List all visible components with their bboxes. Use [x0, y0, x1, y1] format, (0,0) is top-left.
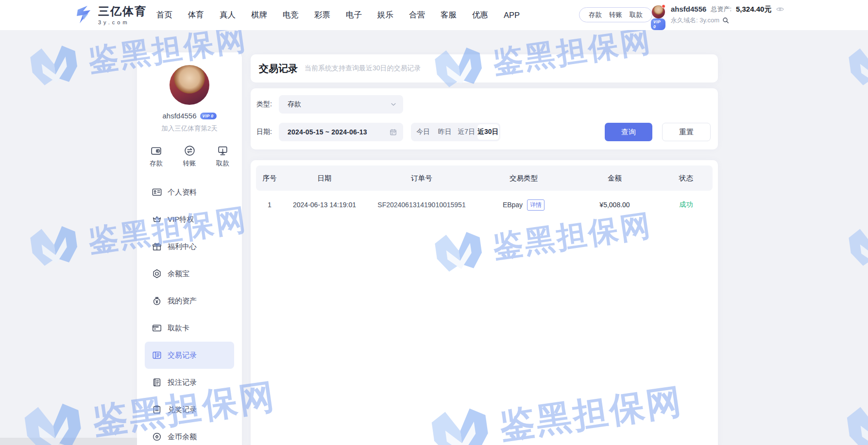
- transfer-link[interactable]: 转账: [609, 11, 622, 19]
- vip-badge: VIP 0: [200, 113, 217, 119]
- sidebar-item-vip[interactable]: VIP特权: [145, 206, 234, 233]
- vip-badge: VIP 0: [651, 18, 665, 30]
- join-days-text: 加入三亿体育第2天: [137, 124, 242, 133]
- nav-item-slots[interactable]: 电子: [346, 10, 362, 20]
- chevron-down-icon: [390, 100, 397, 108]
- transfer-icon: [184, 145, 196, 157]
- nav-item-app[interactable]: APP: [504, 11, 520, 20]
- range-today-button[interactable]: 今日: [412, 124, 434, 140]
- main-nav: 首页 体育 真人 棋牌 电竞 彩票 电子 娱乐 合营 客服 优惠 APP: [156, 0, 520, 30]
- sidebar: ahsfd4556 VIP 0 加入三亿体育第2天 存款 转账: [137, 52, 242, 445]
- quick-actions: 存款 转账 取款: [137, 145, 242, 168]
- page-bottom-strip: [0, 438, 137, 445]
- sidebar-item-transactions[interactable]: 交易记录: [145, 342, 234, 369]
- bet-record-icon: [152, 377, 162, 388]
- payment-type: EBpay: [503, 201, 523, 209]
- withdraw-icon: [217, 145, 229, 157]
- assets-label: 总资产:: [711, 4, 732, 14]
- brand-logo-icon: [73, 4, 94, 25]
- range-30days-button[interactable]: 近30日: [477, 124, 499, 140]
- id-card-icon: [152, 187, 162, 198]
- wallet-icon: [150, 145, 162, 157]
- crown-icon: [152, 214, 162, 225]
- avatar[interactable]: [170, 65, 209, 105]
- sidebar-item-yuebao[interactable]: 余额宝: [145, 260, 234, 287]
- nav-item-promo[interactable]: 优惠: [472, 10, 488, 20]
- col-index: 序号: [256, 174, 283, 183]
- bank-card-icon: [152, 323, 162, 333]
- withdraw-link[interactable]: 取款: [630, 11, 643, 19]
- sidebar-item-welfare[interactable]: 福利中心: [145, 233, 234, 260]
- nav-item-service[interactable]: 客服: [441, 10, 457, 20]
- user-avatar-block[interactable]: VIP 0: [651, 5, 665, 18]
- nav-item-entertainment[interactable]: 娱乐: [377, 10, 393, 20]
- type-label: 类型:: [256, 100, 279, 109]
- date-range-value: 2024-05-15 ~ 2024-06-13: [288, 128, 389, 136]
- sidebar-item-redeem-records[interactable]: 兑奖记录: [145, 396, 234, 423]
- nav-item-esports[interactable]: 电竞: [283, 10, 299, 20]
- date-label: 日期:: [256, 128, 279, 136]
- detail-link[interactable]: 详情: [527, 199, 545, 211]
- sidebar-menu: 个人资料 VIP特权 福利中心 余额宝: [137, 179, 242, 445]
- redeem-icon: [152, 404, 162, 415]
- permanent-domain: 永久域名: 3y.com: [671, 16, 719, 25]
- watermark: 鉴黑担保网: [840, 366, 868, 445]
- sidebar-item-my-assets[interactable]: 我的资产: [145, 287, 234, 314]
- cell-date: 2024-06-13 14:19:01: [283, 201, 366, 209]
- cell-type: EBpay 详情: [477, 199, 570, 211]
- eye-icon[interactable]: [776, 5, 784, 14]
- page: 鉴黑担保网 鉴黑担保网 鉴黑担保网 鉴黑担保网 鉴黑担保网 鉴黑担保网 鉴黑担保…: [0, 0, 868, 445]
- query-button[interactable]: 查询: [605, 123, 652, 141]
- range-7days-button[interactable]: 近7日: [456, 124, 477, 140]
- coin-icon: [152, 431, 162, 442]
- nav-item-home[interactable]: 首页: [156, 10, 172, 20]
- quick-deposit-button[interactable]: 存款: [150, 145, 163, 168]
- user-info: ahsfd4556 总资产: 5,324.40元 永久域名: 3y.com: [671, 4, 784, 25]
- nav-item-live[interactable]: 真人: [220, 10, 236, 20]
- table-row: 1 2024-06-13 14:19:01 SF2024061314190100…: [256, 191, 713, 219]
- page-title: 交易记录: [259, 62, 298, 75]
- type-select-value: 存款: [288, 100, 390, 109]
- quick-range-group: 今日 昨日 近7日 近30日: [411, 123, 500, 141]
- sidebar-item-bet-records[interactable]: 投注记录: [145, 369, 234, 396]
- assets-icon: [152, 296, 162, 306]
- gift-icon: [152, 241, 162, 252]
- sidebar-item-coin-balance[interactable]: 金币余额: [145, 423, 234, 445]
- date-range-picker[interactable]: 2024-05-15 ~ 2024-06-13: [279, 123, 403, 141]
- col-date: 日期: [283, 174, 366, 183]
- watermark: 鉴黑担保网: [843, 194, 868, 275]
- wallet-actions: 存款 转账 取款: [579, 7, 652, 22]
- search-icon[interactable]: [722, 16, 730, 24]
- type-select[interactable]: 存款: [279, 95, 403, 114]
- deposit-link[interactable]: 存款: [589, 11, 602, 19]
- nav-item-chess[interactable]: 棋牌: [251, 10, 267, 20]
- cell-status: 成功: [660, 200, 713, 209]
- cell-index: 1: [256, 201, 283, 209]
- transaction-icon: [152, 350, 162, 361]
- brand-name: 三亿体育: [98, 4, 147, 19]
- cell-amount: ¥5,008.00: [570, 201, 660, 209]
- page-header: 交易记录 当前系统支持查询最近30日的交易记录: [251, 54, 718, 82]
- notification-dot: [662, 4, 665, 8]
- sidebar-item-profile[interactable]: 个人资料: [145, 179, 234, 206]
- sidebar-item-withdraw-card[interactable]: 取款卡: [145, 314, 234, 342]
- col-status: 状态: [660, 174, 713, 183]
- nav-item-partner[interactable]: 合营: [409, 10, 425, 20]
- nav-item-lottery[interactable]: 彩票: [314, 10, 330, 20]
- range-yesterday-button[interactable]: 昨日: [434, 124, 456, 140]
- brand-domain: 3y.com: [98, 19, 147, 25]
- table-header: 序号 日期 订单号 交易类型 金额 状态: [256, 165, 713, 191]
- quick-withdraw-button[interactable]: 取款: [216, 145, 229, 168]
- col-order-no: 订单号: [366, 174, 477, 183]
- assets-value: 5,324.40元: [736, 4, 771, 14]
- quick-transfer-button[interactable]: 转账: [183, 145, 196, 168]
- col-amount: 金额: [570, 174, 660, 183]
- calendar-icon: [389, 128, 397, 136]
- username: ahsfd4556: [671, 4, 706, 14]
- reset-button[interactable]: 重置: [662, 123, 711, 141]
- col-type: 交易类型: [477, 174, 570, 183]
- page-subtitle: 当前系统支持查询最近30日的交易记录: [305, 64, 421, 73]
- brand-logo[interactable]: 三亿体育 3y.com: [73, 4, 147, 25]
- nav-item-sports[interactable]: 体育: [188, 10, 204, 20]
- username: ahsfd4556: [162, 112, 196, 120]
